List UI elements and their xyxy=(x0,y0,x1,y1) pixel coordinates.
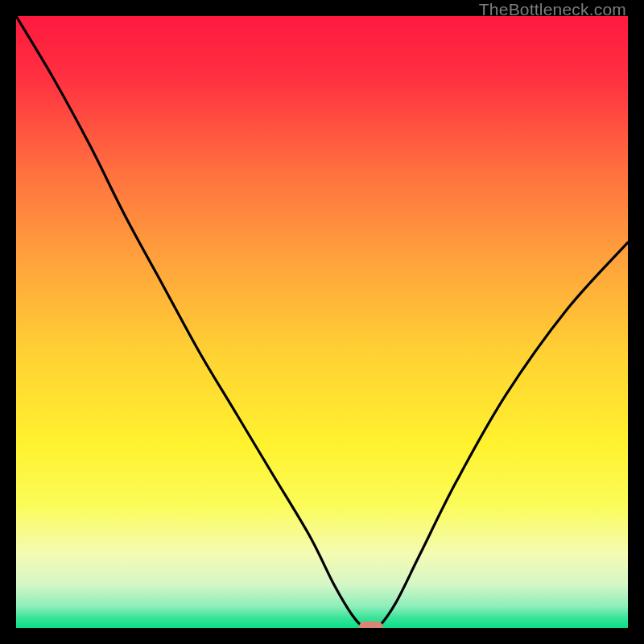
bottleneck-chart xyxy=(16,16,628,628)
chart-background xyxy=(16,16,628,628)
optimal-marker xyxy=(359,621,383,628)
watermark-text: TheBottleneck.com xyxy=(479,0,626,19)
chart-frame xyxy=(16,16,628,628)
